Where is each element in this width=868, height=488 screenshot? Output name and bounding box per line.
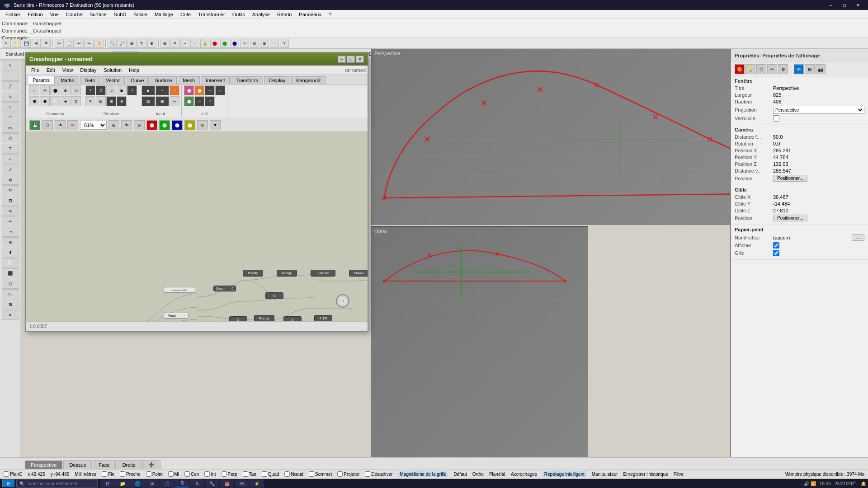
status-ortho[interactable]: Ortho (472, 472, 484, 477)
gh-tab-transform[interactable]: Transform (231, 76, 263, 84)
taskbar-task-view[interactable]: ⊟ (100, 479, 115, 488)
gh-tab-mesh[interactable]: Mesh (178, 76, 200, 84)
gh-inp-btn6[interactable]: ⋯ (170, 96, 179, 106)
tb-grid-btn[interactable]: ⊞ (160, 39, 170, 48)
gh-util-btn7[interactable]: ↗ (205, 96, 215, 106)
planc-checkbox[interactable] (4, 471, 9, 477)
sb-scale-btn[interactable]: ⊡ (2, 196, 19, 206)
gh-sphere2-btn[interactable]: ⊙ (197, 120, 208, 130)
menu-rendu[interactable]: Rendu (274, 11, 295, 18)
taskbar-music[interactable]: 🎵 (160, 479, 175, 488)
maximize-button[interactable]: □ (838, 1, 851, 9)
sb-arc-btn[interactable]: ◠ (2, 113, 19, 122)
sb-dim-btn[interactable]: ↔ (2, 154, 19, 164)
cb-proche[interactable] (120, 471, 125, 477)
gh-geo-btn2[interactable]: ◎ (40, 85, 50, 95)
prop-verrouille-checkbox[interactable] (773, 115, 779, 122)
gh-tab-maths[interactable]: Maths (56, 76, 79, 84)
sb-text-btn[interactable]: T (2, 144, 19, 154)
gh-inp-btn5[interactable]: ▦ (156, 96, 169, 106)
prop-afficher-checkbox[interactable] (773, 242, 779, 249)
status-magnetisme[interactable]: Magnétisme de la grille (398, 471, 448, 477)
gh-prim-btn1[interactable]: 7 (85, 85, 95, 95)
sb-grid2-btn[interactable]: ⊞ (2, 300, 19, 310)
gh-node-num1[interactable]: 4.1R (314, 315, 332, 321)
prop-icon-edit[interactable]: ✏ (767, 64, 777, 74)
tb-circle-btn[interactable]: ⬤ (210, 39, 219, 48)
taskbar-notification[interactable]: 🔔 (861, 481, 866, 486)
sb-poly-btn[interactable]: ⬡ (2, 133, 19, 143)
gh-eyeoff-btn[interactable]: ⊖ (134, 120, 145, 130)
gh-zoom-select[interactable]: 61% 100% 50% (80, 121, 107, 130)
gh-file-menu[interactable]: File (28, 66, 43, 74)
gh-tab-display[interactable]: Display (264, 76, 290, 84)
gh-solution-menu[interactable]: Solution (100, 66, 125, 74)
cb-tan[interactable] (243, 471, 248, 477)
gh-prim-btn4[interactable]: ▣ (117, 85, 127, 95)
tb-pan-btn[interactable]: ✋ (94, 39, 104, 48)
tb-rotate-btn[interactable]: ↻ (137, 39, 146, 48)
taskbar-tool1[interactable]: 🔧 (205, 479, 219, 488)
gh-util-btn1[interactable]: ⬤ (184, 85, 194, 95)
tb-select-btn[interactable]: ↖ (2, 39, 11, 48)
menu-surface[interactable]: Surface (86, 11, 110, 18)
gh-node-slider1[interactable]: ——— 100 (164, 287, 195, 293)
tb-redo-btn[interactable]: ↪ (85, 39, 94, 48)
gh-minimize-btn[interactable]: – (338, 56, 346, 63)
sb-rotate2-btn[interactable]: ↻ (2, 185, 19, 195)
sb-point-btn[interactable]: · (2, 71, 19, 81)
menu-subd[interactable]: SubD (110, 11, 130, 18)
sb-mirror-btn[interactable]: ⇔ (2, 206, 19, 216)
gh-geo-btn3[interactable]: ⬤ (50, 85, 60, 95)
tb-green-btn[interactable]: ⬤ (220, 39, 229, 48)
tb-zoom-out-btn[interactable]: 🔎 (118, 39, 127, 48)
gh-node-factor1[interactable]: Factor ——· (164, 313, 189, 319)
taskbar-browser[interactable]: 🌐 (130, 479, 145, 488)
gh-geo-btn9[interactable]: ◈ (61, 96, 71, 106)
tab-face[interactable]: Face (93, 460, 115, 469)
sb-curve-btn[interactable]: ∿ (2, 92, 19, 102)
gh-util-btn4[interactable]: △ (215, 85, 225, 95)
gh-close-btn[interactable]: ✕ (356, 56, 364, 63)
tb-delete-btn[interactable]: ✕ (170, 39, 179, 48)
gh-node-range1[interactable]: Range (254, 315, 274, 321)
tb-zoom-in-btn[interactable]: 🔍 (108, 39, 117, 48)
menu2-standard[interactable]: Standard (2, 51, 28, 57)
sb-circle-btn[interactable]: ○ (2, 102, 19, 112)
gh-node-s1[interactable]: S (283, 316, 302, 321)
gh-prim-btn6[interactable]: ≡ (85, 96, 95, 106)
tb-open-btn[interactable]: 📁 (12, 39, 21, 48)
tb-blue-circle[interactable]: ⬤ (230, 39, 239, 48)
tb-paste-btn[interactable]: 📋 (65, 39, 74, 48)
menu-maillage[interactable]: Maillage (151, 11, 177, 18)
tb-sphere-btn[interactable]: ● (240, 39, 249, 48)
prop-icon-light[interactable]: 💡 (745, 64, 755, 74)
menu-fichier[interactable]: Fichier (2, 11, 24, 18)
menu-solide[interactable]: Solide (130, 11, 151, 18)
prop-icon-camera[interactable]: 📷 (816, 64, 826, 74)
prop-icon-grid2[interactable]: ⊞ (805, 64, 815, 74)
gh-prim-btn8[interactable]: ⊞ (106, 96, 116, 106)
status-manipulateur[interactable]: Manipulateur (592, 472, 618, 477)
gh-help-menu[interactable]: Help (125, 66, 143, 74)
minimize-button[interactable]: – (825, 1, 837, 9)
sb-mesh-btn[interactable]: ⬛ (2, 268, 19, 278)
tab-droite[interactable]: Droite (117, 460, 142, 469)
gh-save-small-btn[interactable]: 💾 (29, 120, 40, 130)
menu-transformer[interactable]: Transformer (194, 11, 229, 18)
gh-blue2-btn[interactable]: ⬤ (172, 120, 183, 130)
gh-tab-surface[interactable]: Surface (150, 76, 177, 84)
taskbar-explorer[interactable]: 📁 (115, 479, 130, 488)
menu-help[interactable]: ? (325, 11, 335, 18)
status-reperage[interactable]: Repérage intelligent (542, 471, 586, 477)
gh-prim-btn2[interactable]: ⚙ (96, 85, 106, 95)
sb-split-btn[interactable]: ⊸ (2, 227, 19, 237)
sb-select-btn[interactable]: ↖ (2, 61, 19, 70)
menu-vue[interactable]: Vue (47, 11, 62, 18)
tb-print-btn[interactable]: 🖨 (32, 39, 41, 48)
gh-green2-btn[interactable]: ⬤ (159, 120, 170, 130)
sb-layer-btn[interactable]: Fa (2, 289, 19, 299)
viewport-ortho[interactable]: Ortho (371, 226, 588, 457)
gh-tab-sets[interactable]: Sets (80, 76, 100, 84)
gh-node-divide1[interactable]: Divide (243, 270, 263, 277)
